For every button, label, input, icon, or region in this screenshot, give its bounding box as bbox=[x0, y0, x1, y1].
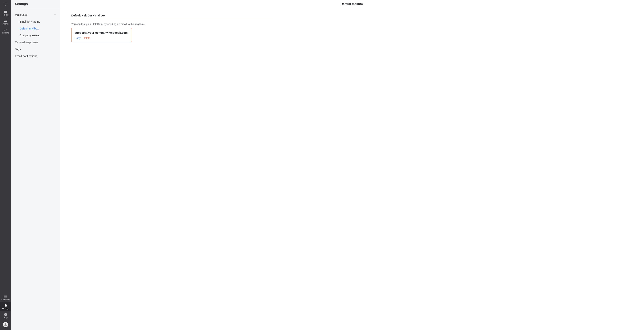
svg-text:?: ? bbox=[5, 314, 6, 316]
page-title: Default mailbox bbox=[60, 0, 644, 8]
svg-point-2 bbox=[6, 20, 6, 21]
person-icon bbox=[4, 323, 8, 327]
sidebar-item-email-notifications[interactable]: Email notifications bbox=[11, 53, 60, 59]
sidebar-item-company-name[interactable]: Company name bbox=[11, 32, 60, 39]
section-description: You can test your HelpDesk by sending an… bbox=[71, 20, 275, 25]
help-circle-icon: ? bbox=[4, 313, 8, 317]
app-root: Tickets Agents Reports Subscribe bbox=[0, 0, 644, 330]
nav-tickets-label: Tickets bbox=[2, 14, 8, 16]
chevron-down-icon bbox=[54, 13, 56, 16]
mailbox-email: support@your-company.helpdesk.com bbox=[74, 31, 128, 34]
nav-agents[interactable]: Agents bbox=[0, 17, 11, 26]
nav-settings[interactable]: Settings bbox=[0, 302, 11, 311]
nav-agents-label: Agents bbox=[2, 23, 8, 25]
logo-check-icon bbox=[4, 2, 8, 6]
credit-card-icon bbox=[4, 295, 8, 298]
svg-point-1 bbox=[4, 19, 6, 20]
people-icon bbox=[4, 19, 8, 22]
sidebar-group-mailboxes[interactable]: Mailboxes bbox=[11, 11, 60, 18]
nav-subscribe-label: Subscribe bbox=[1, 299, 10, 301]
mailbox-actions: Copy Delete bbox=[74, 36, 128, 39]
delete-button[interactable]: Delete bbox=[83, 36, 90, 39]
copy-button[interactable]: Copy bbox=[74, 36, 81, 39]
sidebar-group-mailboxes-label: Mailboxes bbox=[15, 13, 28, 16]
main-body: Default HelpDesk mailbox You can test yo… bbox=[60, 8, 286, 48]
svg-point-7 bbox=[5, 323, 6, 325]
settings-sidebar-title: Settings bbox=[11, 0, 60, 8]
nav-help-label: Help bbox=[4, 317, 8, 319]
nav-subscribe[interactable]: Subscribe bbox=[0, 293, 11, 302]
main: Default mailbox Default HelpDesk mailbox… bbox=[60, 0, 644, 330]
mailbox-card: support@your-company.helpdesk.com Copy D… bbox=[71, 28, 132, 42]
ticket-icon bbox=[4, 10, 8, 13]
sidebar-item-canned-responses[interactable]: Canned responses bbox=[11, 39, 60, 46]
settings-sidebar: Settings Mailboxes Email forwarding Defa… bbox=[11, 0, 60, 330]
user-avatar[interactable] bbox=[3, 322, 8, 327]
svg-rect-4 bbox=[4, 296, 7, 297]
gear-icon bbox=[4, 304, 8, 308]
svg-rect-0 bbox=[4, 11, 7, 13]
nav-help[interactable]: ? Help bbox=[0, 311, 11, 320]
sidebar-item-email-forwarding[interactable]: Email forwarding bbox=[11, 18, 60, 25]
nav-tickets[interactable]: Tickets bbox=[0, 8, 11, 17]
nav-settings-label: Settings bbox=[2, 308, 9, 310]
section-title: Default HelpDesk mailbox bbox=[71, 14, 275, 20]
settings-list: Mailboxes Email forwarding Default mailb… bbox=[11, 8, 60, 63]
chart-line-icon bbox=[4, 28, 8, 32]
app-logo[interactable] bbox=[0, 0, 11, 8]
sidebar-item-tags[interactable]: Tags bbox=[11, 46, 60, 53]
sidebar-item-default-mailbox[interactable]: Default mailbox bbox=[11, 25, 60, 32]
nav-reports[interactable]: Reports bbox=[0, 26, 11, 35]
nav-reports-label: Reports bbox=[2, 32, 9, 34]
global-nav: Tickets Agents Reports Subscribe bbox=[0, 0, 11, 330]
